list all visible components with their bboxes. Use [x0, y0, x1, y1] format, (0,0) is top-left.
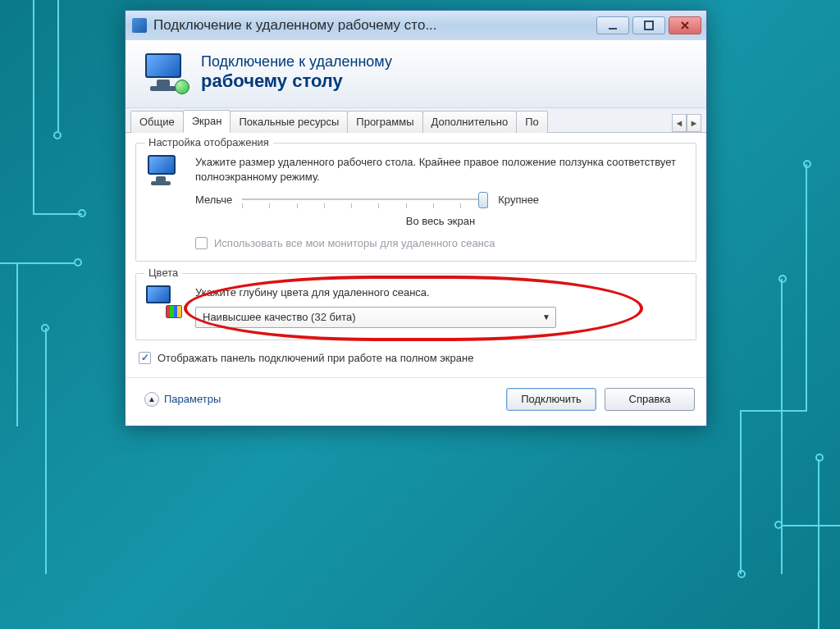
connection-bar-label: Отображать панель подключений при работе… [158, 352, 473, 364]
slider-max-label: Крупнее [498, 194, 539, 206]
tabs-row: Общие Экран Покальные ресурсы Программы … [126, 108, 706, 133]
display-group-title: Настройка отображения [144, 136, 273, 148]
colors-group-title: Цвета [144, 267, 182, 279]
color-monitor-icon [146, 285, 179, 315]
header-line2: рабочему столу [201, 71, 392, 92]
connection-bar-checkbox[interactable] [139, 352, 151, 364]
tab-programs[interactable]: Программы [347, 111, 422, 133]
maximize-button[interactable] [632, 16, 665, 34]
tab-local-resources[interactable]: Покальные ресурсы [230, 111, 348, 133]
all-monitors-label: Использовать все мои мониторы для удален… [214, 237, 495, 249]
colors-desc: Укажите глубину цвета для удаленного сеа… [195, 285, 686, 300]
options-label: Параметры [164, 393, 221, 405]
tab-scroll-right[interactable]: ► [687, 114, 701, 132]
chevron-down-icon: ▼ [542, 312, 550, 321]
dialog-header: Подключение к удаленному рабочему столу [126, 40, 706, 108]
rdp-header-icon [142, 52, 188, 93]
colors-group: Цвета Укажите глубину цвета для удаленно… [135, 273, 696, 340]
color-depth-value: Наивысшее качество (32 бита) [203, 311, 356, 323]
help-button[interactable]: Справка [605, 388, 695, 411]
header-line1: Подключение к удаленному [201, 53, 392, 71]
tab-scroll-left[interactable]: ◄ [672, 114, 687, 132]
slider-value-label: Во весь экран [195, 215, 686, 227]
titlebar[interactable]: Подключение к удаленному рабочему сто... [126, 11, 706, 40]
all-monitors-checkbox[interactable] [195, 237, 208, 249]
tab-experience-cut[interactable]: По [516, 111, 548, 133]
dialog-footer: ▲ Параметры Подключить Справка [126, 377, 706, 426]
close-button[interactable] [669, 16, 701, 34]
tab-body: Настройка отображения Укажите размер уда… [126, 133, 706, 377]
svg-rect-0 [609, 28, 617, 30]
rdp-window: Подключение к удаленному рабочему сто...… [125, 10, 707, 426]
tab-advanced[interactable]: Дополнительно [422, 111, 518, 133]
slider-thumb[interactable] [478, 192, 488, 208]
resolution-slider[interactable] [242, 190, 488, 208]
slider-min-label: Мельче [195, 194, 232, 206]
window-title: Подключение к удаленному рабочему сто... [153, 17, 596, 34]
chevron-up-icon: ▲ [144, 392, 159, 407]
svg-rect-1 [645, 21, 653, 30]
connect-button[interactable]: Подключить [506, 388, 596, 411]
display-desc: Укажите размер удаленного рабочего стола… [195, 155, 686, 184]
color-depth-dropdown[interactable]: Наивысшее качество (32 бита) ▼ [195, 307, 556, 328]
minimize-button[interactable] [596, 16, 629, 34]
options-toggle[interactable]: ▲ Параметры [137, 388, 228, 411]
app-icon [132, 18, 147, 33]
tab-display[interactable]: Экран [183, 110, 231, 133]
monitor-icon [146, 155, 179, 191]
display-config-group: Настройка отображения Укажите размер уда… [135, 143, 696, 262]
tab-general[interactable]: Общие [130, 111, 184, 133]
